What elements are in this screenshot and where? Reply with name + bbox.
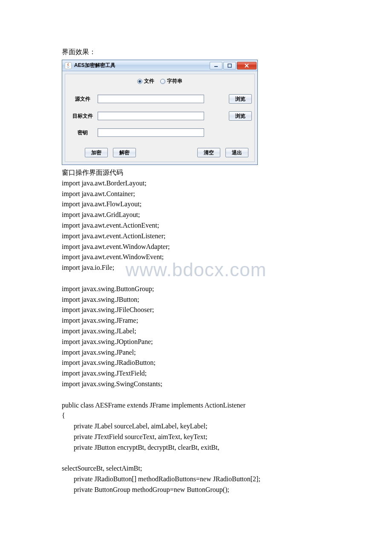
code-line: import java.awt.GridLayout; (62, 210, 330, 220)
exit-button[interactable]: 退出 (225, 148, 248, 157)
client-area: 文件 字符串 源文件 浏览 目标文件 浏览 密钥 (62, 71, 257, 165)
code-line: selectSourceBt, selectAimBt; (62, 463, 330, 474)
code-line: import javax.swing.JRadioButton; (62, 358, 330, 368)
radio-string-label: 字符串 (167, 78, 182, 85)
code-line: import javax.swing.ButtonGroup; (62, 284, 330, 295)
code-line: import javax.swing.JPanel; (62, 347, 330, 358)
app-window: AES加密解密工具 文件 字符串 (62, 60, 258, 165)
code-line: import java.awt.BorderLayout; (62, 178, 330, 189)
radio-dot-icon (137, 79, 142, 84)
code-line: private JButton encryptBt, decryptBt, cl… (62, 442, 330, 453)
code-line: private JLabel sourceLabel, aimLabel, ke… (62, 421, 330, 432)
code-line: private JTextField sourceText, aimText, … (62, 432, 330, 442)
code-line: import java.awt.FlowLayout; (62, 199, 330, 210)
encrypt-button[interactable]: 加密 (85, 148, 108, 157)
code-line (62, 390, 330, 400)
code-line: import java.awt.event.WindowAdapter; (62, 242, 330, 252)
key-label: 密钥 (68, 129, 98, 136)
maximize-button[interactable] (223, 62, 236, 69)
code-line: import java.awt.event.ActionListener; (62, 231, 330, 242)
radio-dot-icon (160, 79, 165, 84)
minimize-button[interactable] (210, 62, 222, 69)
code-line: import javax.swing.JButton; (62, 295, 330, 305)
code-line: import javax.swing.JFrame; (62, 315, 330, 326)
titlebar: AES加密解密工具 (62, 60, 257, 71)
code-line: import java.awt.Container; (62, 189, 330, 199)
code-line: private ButtonGroup methodGroup=new Butt… (62, 485, 330, 495)
key-input[interactable] (98, 128, 204, 137)
code-line: private JRadioButton[] methodRadioButton… (62, 474, 330, 485)
code-line: import java.io.File; (62, 263, 330, 273)
clear-button[interactable]: 清空 (197, 148, 220, 157)
target-row: 目标文件 浏览 (68, 111, 252, 121)
target-label: 目标文件 (68, 113, 98, 120)
code-caption: 窗口操作界面源代码 (62, 168, 330, 178)
code-line (62, 453, 330, 464)
code-line: { (62, 410, 330, 421)
mode-radio-group: 文件 字符串 (68, 76, 252, 89)
code-line: import java.awt.event.WindowEvent; (62, 252, 330, 263)
code-line: import javax.swing.JOptionPane; (62, 337, 330, 347)
target-input[interactable] (98, 112, 204, 120)
source-label: 源文件 (68, 95, 98, 103)
java-icon (65, 62, 72, 69)
code-lines: import java.awt.BorderLayout;import java… (62, 178, 330, 495)
code-line: import javax.swing.SwingConstants; (62, 379, 330, 390)
radio-file-label: 文件 (144, 78, 154, 85)
code-line: import javax.swing.JTextField; (62, 368, 330, 379)
radio-string[interactable]: 字符串 (160, 78, 182, 85)
window-title: AES加密解密工具 (74, 62, 209, 69)
code-line: import java.awt.event.ActionEvent; (62, 220, 330, 231)
intro-text: 界面效果： (62, 47, 330, 57)
radio-file[interactable]: 文件 (137, 78, 154, 85)
code-line: import javax.swing.JLabel; (62, 326, 330, 337)
action-row: 加密 解密 清空 退出 (68, 145, 252, 158)
svg-rect-0 (214, 66, 218, 67)
svg-rect-1 (228, 64, 231, 67)
window-controls (209, 62, 257, 69)
close-button[interactable] (237, 62, 257, 69)
source-row: 源文件 浏览 (68, 94, 252, 104)
browse-target-button[interactable]: 浏览 (229, 111, 252, 121)
source-input[interactable] (98, 95, 204, 103)
key-row: 密钥 (68, 128, 252, 137)
browse-source-button[interactable]: 浏览 (229, 94, 252, 104)
inner-panel: 文件 字符串 源文件 浏览 目标文件 浏览 密钥 (65, 74, 255, 162)
code-line: import javax.swing.JFileChooser; (62, 305, 330, 315)
code-line: public class AESFrame extends JFrame imp… (62, 400, 330, 411)
decrypt-button[interactable]: 解密 (113, 148, 136, 157)
code-line (62, 273, 330, 284)
code-section: 窗口操作界面源代码 import java.awt.BorderLayout;i… (62, 168, 330, 495)
